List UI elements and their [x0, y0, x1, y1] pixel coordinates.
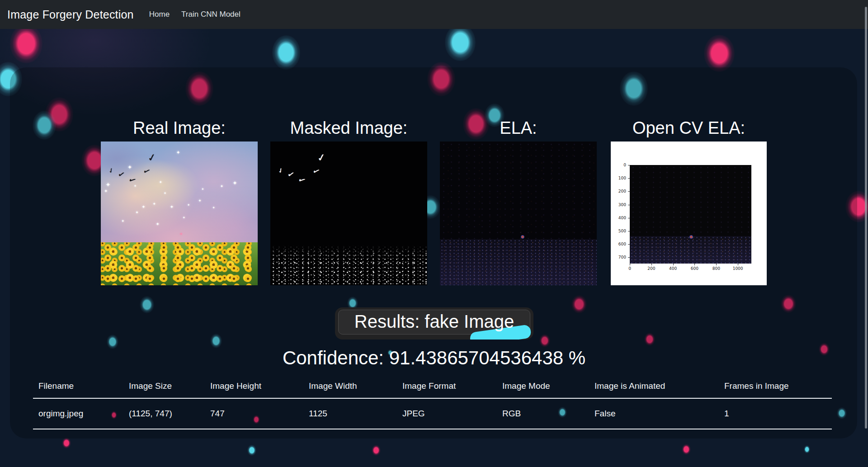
particle-dot-cyan — [445, 24, 475, 61]
x-axis-tick-mark — [694, 264, 695, 265]
particle-dot-pink — [10, 24, 42, 63]
y-axis-tick-label: 400 — [612, 216, 626, 220]
bird-icon: ✓ — [142, 166, 151, 177]
y-axis-tick-label: 600 — [612, 242, 626, 246]
column-header: Image Size — [123, 374, 205, 398]
section-title-opencv-ela: Open CV ELA: — [611, 118, 767, 142]
bird-icon: ✓ — [147, 152, 157, 164]
x-axis-tick-label: 600 — [688, 267, 701, 271]
real-image-art: ✓✓✓✓✓✦✦✦✦✦✦✦✦✦✦✦✦✦✦✦✦✦✦✦✦✦ — [101, 142, 258, 285]
table-cell: 1125 — [303, 398, 397, 429]
sparkle-icon: ✦ — [176, 150, 180, 155]
bird-icon: ✓ — [108, 166, 115, 175]
sparkle-icon: ✦ — [135, 211, 139, 215]
ela-image-anomaly-spot — [521, 235, 524, 239]
app-title: Image Forgery Detection — [7, 8, 134, 21]
y-axis-tick-label: 500 — [612, 229, 626, 233]
sparkle-icon: ✦ — [170, 205, 174, 209]
bird-icon: ✓ — [297, 175, 307, 186]
x-axis-tick-label: 800 — [709, 267, 723, 271]
opencv-ela-plot: 010020030040050060070002004006008001000 — [611, 142, 767, 285]
sparkle-icon: ✦ — [121, 219, 125, 223]
table-cell: False — [589, 398, 719, 429]
y-axis-tick-label: 700 — [612, 255, 626, 259]
sparkle-icon: ✦ — [220, 184, 224, 189]
bird-icon: ✓ — [287, 170, 295, 179]
sparkle-icon: ✦ — [142, 205, 145, 209]
ela-image — [440, 142, 597, 285]
x-axis-tick-mark — [651, 264, 652, 265]
sparkle-icon: ✦ — [187, 203, 190, 207]
column-header: Image Width — [303, 374, 397, 398]
section-title-masked: Masked Image: — [270, 118, 427, 142]
bird-icon: ✓ — [311, 166, 321, 177]
sparkle-icon: ✦ — [232, 180, 237, 186]
table-cell: orgimg.jpeg — [33, 398, 123, 429]
sparkle-icon: ✦ — [198, 199, 202, 203]
x-axis-tick-mark — [716, 264, 717, 265]
section-opencv-ela: Open CV ELA: 010020030040050060070002004… — [611, 118, 767, 285]
sparkle-icon: ✦ — [153, 202, 156, 206]
section-title-ela: ELA: — [440, 118, 597, 142]
x-axis-tick-label: 1000 — [731, 267, 745, 271]
particle-dot-pink — [62, 438, 71, 448]
masked-image: ✓✓✓✓✓ — [270, 142, 427, 285]
image-info-table: FilenameImage SizeImage HeightImage Widt… — [33, 374, 832, 429]
y-axis-tick-label: 200 — [612, 189, 626, 193]
results-text: Results: fake Image — [354, 311, 514, 332]
butterfly-icon: ✦ — [179, 232, 183, 236]
real-image: ✓✓✓✓✓✦✦✦✦✦✦✦✦✦✦✦✦✦✦✦✦✦✦✦✦✦ — [101, 142, 258, 285]
y-axis-tick-mark — [628, 165, 630, 165]
x-axis-tick-label: 400 — [666, 267, 680, 271]
y-axis-tick-mark — [628, 244, 630, 245]
y-axis-tick-mark — [628, 191, 630, 192]
particle-dot-pink — [704, 35, 734, 71]
x-axis-tick-mark — [630, 264, 630, 265]
table-cell: 747 — [205, 398, 303, 429]
y-axis-tick-mark — [628, 205, 630, 205]
section-ela: ELA: — [440, 118, 597, 285]
particle-dot-cyan — [247, 445, 256, 455]
y-axis-tick-label: 0 — [612, 163, 626, 167]
sparkle-icon: ✦ — [159, 180, 162, 184]
x-axis-tick-mark — [673, 264, 674, 265]
bird-icon: ✓ — [277, 166, 285, 175]
particle-dot-cyan — [804, 445, 810, 453]
particle-dot-pink — [682, 444, 690, 454]
opencv-plot-anomaly-spot — [689, 235, 693, 239]
x-axis-tick-mark — [738, 264, 738, 265]
nav-link-home[interactable]: Home — [149, 10, 170, 19]
section-masked-image: Masked Image: ✓✓✓✓✓ — [270, 118, 427, 285]
y-axis-tick-mark — [628, 231, 630, 231]
y-axis-tick-label: 300 — [612, 203, 626, 207]
y-axis-tick-mark — [628, 178, 630, 179]
table-cell: 1 — [719, 398, 832, 429]
table-cell: RGB — [497, 398, 589, 429]
column-header: Image Format — [397, 374, 497, 398]
sparkle-icon: ✦ — [104, 189, 108, 193]
table-header-row: FilenameImage SizeImage HeightImage Widt… — [33, 374, 832, 398]
table-cell: (1125, 747) — [123, 398, 205, 429]
sparkle-icon: ✦ — [127, 165, 132, 170]
opencv-plot-lower-band — [630, 236, 751, 264]
column-header: Image is Animated — [589, 374, 719, 398]
nav-link-train-cnn-model[interactable]: Train CNN Model — [181, 10, 241, 19]
column-header: Image Mode — [497, 374, 589, 398]
y-axis-tick-mark — [628, 218, 630, 218]
y-axis-tick-label: 100 — [612, 176, 626, 180]
column-header: Frames in Image — [719, 374, 832, 398]
sparkle-icon: ✦ — [134, 184, 137, 188]
sparkle-icon: ✦ — [156, 222, 159, 226]
scrollbar-thumb[interactable] — [865, 7, 867, 429]
sparkle-icon: ✦ — [182, 216, 185, 220]
section-title-real: Real Image: — [101, 118, 258, 142]
bird-icon: ✓ — [117, 170, 126, 179]
navbar: Image Forgery Detection Home Train CNN M… — [0, 0, 868, 29]
bird-icon: ✓ — [316, 152, 326, 164]
ela-image-lower-band — [440, 239, 597, 285]
y-axis-tick-mark — [628, 257, 630, 258]
table-cell: JPEG — [397, 398, 497, 429]
sparkle-icon: ✦ — [212, 206, 215, 210]
x-axis-tick-label: 200 — [645, 267, 658, 271]
particle-dot-pink — [372, 445, 380, 455]
